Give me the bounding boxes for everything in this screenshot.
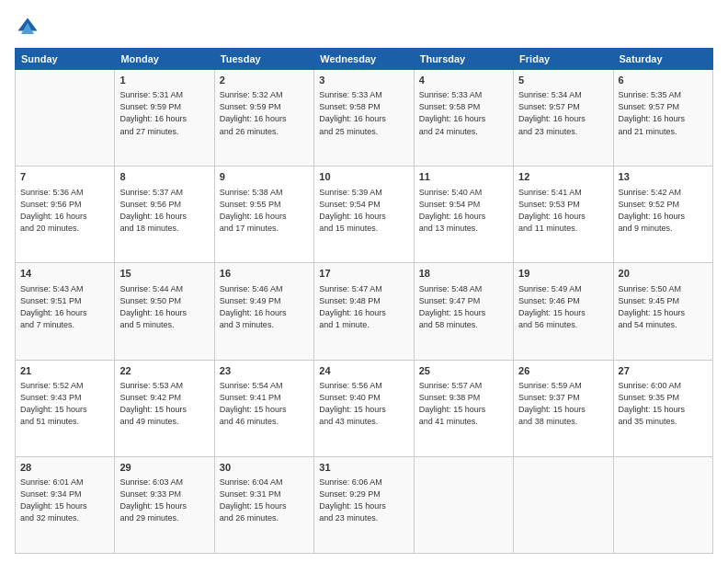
day-cell: 11Sunrise: 5:40 AM Sunset: 9:54 PM Dayli…: [414, 167, 513, 263]
day-number: 23: [220, 364, 309, 378]
day-info: Sunrise: 5:47 AM Sunset: 9:48 PM Dayligh…: [319, 283, 408, 331]
day-number: 13: [619, 170, 708, 184]
day-cell: 26Sunrise: 5:59 AM Sunset: 9:37 PM Dayli…: [514, 360, 613, 456]
day-number: 26: [518, 364, 608, 378]
day-cell: 16Sunrise: 5:46 AM Sunset: 9:49 PM Dayli…: [214, 263, 313, 360]
day-info: Sunrise: 5:53 AM Sunset: 9:42 PM Dayligh…: [119, 380, 209, 428]
day-cell: 22Sunrise: 5:53 AM Sunset: 9:42 PM Dayli…: [115, 360, 214, 456]
day-info: Sunrise: 5:59 AM Sunset: 9:37 PM Dayligh…: [518, 380, 608, 428]
day-number: 19: [518, 267, 608, 281]
day-number: 7: [20, 170, 109, 184]
day-info: Sunrise: 5:50 AM Sunset: 9:45 PM Dayligh…: [619, 283, 708, 331]
day-cell: 21Sunrise: 5:52 AM Sunset: 9:43 PM Dayli…: [16, 360, 115, 456]
day-cell: 20Sunrise: 5:50 AM Sunset: 9:45 PM Dayli…: [613, 263, 712, 360]
col-header-thursday: Thursday: [414, 49, 513, 70]
day-info: Sunrise: 5:52 AM Sunset: 9:43 PM Dayligh…: [20, 380, 109, 428]
day-info: Sunrise: 6:04 AM Sunset: 9:31 PM Dayligh…: [220, 477, 309, 524]
day-info: Sunrise: 5:38 AM Sunset: 9:55 PM Dayligh…: [220, 187, 309, 235]
day-info: Sunrise: 6:06 AM Sunset: 9:29 PM Dayligh…: [319, 477, 408, 524]
day-info: Sunrise: 5:41 AM Sunset: 9:53 PM Dayligh…: [518, 187, 608, 235]
day-number: 1: [119, 74, 209, 87]
day-info: Sunrise: 5:46 AM Sunset: 9:49 PM Dayligh…: [220, 283, 309, 331]
day-cell: 27Sunrise: 6:00 AM Sunset: 9:35 PM Dayli…: [613, 360, 712, 456]
day-cell: 31Sunrise: 6:06 AM Sunset: 9:29 PM Dayli…: [314, 456, 414, 553]
day-info: Sunrise: 5:32 AM Sunset: 9:59 PM Dayligh…: [220, 89, 309, 137]
day-number: 22: [119, 364, 209, 378]
day-number: 24: [319, 364, 408, 378]
day-number: 17: [319, 267, 408, 281]
header-row: SundayMondayTuesdayWednesdayThursdayFrid…: [16, 49, 713, 70]
col-header-wednesday: Wednesday: [314, 49, 414, 70]
day-number: 12: [518, 170, 608, 184]
week-row-1: 1Sunrise: 5:31 AM Sunset: 9:59 PM Daylig…: [16, 70, 713, 167]
day-cell: 15Sunrise: 5:44 AM Sunset: 9:50 PM Dayli…: [115, 263, 214, 360]
day-number: 2: [220, 74, 309, 87]
day-info: Sunrise: 5:36 AM Sunset: 9:56 PM Dayligh…: [20, 187, 109, 235]
day-cell: 17Sunrise: 5:47 AM Sunset: 9:48 PM Dayli…: [314, 263, 414, 360]
logo-icon: [15, 15, 40, 40]
day-number: 15: [119, 267, 209, 281]
day-number: 8: [119, 170, 209, 184]
day-info: Sunrise: 5:56 AM Sunset: 9:40 PM Dayligh…: [319, 380, 408, 428]
col-header-friday: Friday: [514, 49, 613, 70]
day-cell: 18Sunrise: 5:48 AM Sunset: 9:47 PM Dayli…: [414, 263, 513, 360]
day-number: 27: [619, 364, 708, 378]
day-cell: 2Sunrise: 5:32 AM Sunset: 9:59 PM Daylig…: [214, 70, 313, 167]
day-number: 28: [20, 461, 109, 475]
day-cell: [414, 456, 513, 553]
day-info: Sunrise: 5:33 AM Sunset: 9:58 PM Dayligh…: [419, 89, 508, 137]
day-cell: [514, 456, 613, 553]
day-info: Sunrise: 5:34 AM Sunset: 9:57 PM Dayligh…: [518, 89, 608, 137]
day-number: 9: [220, 170, 309, 184]
day-cell: 28Sunrise: 6:01 AM Sunset: 9:34 PM Dayli…: [16, 456, 115, 553]
day-info: Sunrise: 6:00 AM Sunset: 9:35 PM Dayligh…: [619, 380, 708, 428]
day-number: 4: [419, 74, 508, 87]
day-cell: 9Sunrise: 5:38 AM Sunset: 9:55 PM Daylig…: [214, 167, 313, 263]
day-cell: 23Sunrise: 5:54 AM Sunset: 9:41 PM Dayli…: [214, 360, 313, 456]
day-number: 14: [20, 267, 109, 281]
day-info: Sunrise: 5:35 AM Sunset: 9:57 PM Dayligh…: [619, 89, 708, 137]
day-info: Sunrise: 5:57 AM Sunset: 9:38 PM Dayligh…: [419, 380, 508, 428]
day-info: Sunrise: 6:01 AM Sunset: 9:34 PM Dayligh…: [20, 477, 109, 524]
day-info: Sunrise: 5:33 AM Sunset: 9:58 PM Dayligh…: [319, 89, 408, 137]
week-row-5: 28Sunrise: 6:01 AM Sunset: 9:34 PM Dayli…: [16, 456, 713, 553]
day-info: Sunrise: 5:39 AM Sunset: 9:54 PM Dayligh…: [319, 187, 408, 235]
day-cell: 6Sunrise: 5:35 AM Sunset: 9:57 PM Daylig…: [613, 70, 712, 167]
day-cell: 12Sunrise: 5:41 AM Sunset: 9:53 PM Dayli…: [514, 167, 613, 263]
day-number: 18: [419, 267, 508, 281]
day-cell: 7Sunrise: 5:36 AM Sunset: 9:56 PM Daylig…: [16, 167, 115, 263]
day-cell: 30Sunrise: 6:04 AM Sunset: 9:31 PM Dayli…: [214, 456, 313, 553]
day-cell: [613, 456, 712, 553]
day-number: 11: [419, 170, 508, 184]
day-info: Sunrise: 6:03 AM Sunset: 9:33 PM Dayligh…: [119, 477, 209, 524]
calendar-table: SundayMondayTuesdayWednesdayThursdayFrid…: [15, 48, 713, 554]
day-number: 3: [319, 74, 408, 87]
week-row-2: 7Sunrise: 5:36 AM Sunset: 9:56 PM Daylig…: [16, 167, 713, 263]
day-number: 30: [220, 461, 309, 475]
day-cell: 29Sunrise: 6:03 AM Sunset: 9:33 PM Dayli…: [115, 456, 214, 553]
day-cell: 19Sunrise: 5:49 AM Sunset: 9:46 PM Dayli…: [514, 263, 613, 360]
day-number: 16: [220, 267, 309, 281]
col-header-tuesday: Tuesday: [214, 49, 313, 70]
day-info: Sunrise: 5:48 AM Sunset: 9:47 PM Dayligh…: [419, 283, 508, 331]
day-info: Sunrise: 5:37 AM Sunset: 9:56 PM Dayligh…: [119, 187, 209, 235]
day-number: 29: [119, 461, 209, 475]
day-cell: 25Sunrise: 5:57 AM Sunset: 9:38 PM Dayli…: [414, 360, 513, 456]
day-cell: 5Sunrise: 5:34 AM Sunset: 9:57 PM Daylig…: [514, 70, 613, 167]
calendar-page: SundayMondayTuesdayWednesdayThursdayFrid…: [0, 0, 728, 563]
day-info: Sunrise: 5:54 AM Sunset: 9:41 PM Dayligh…: [220, 380, 309, 428]
day-cell: 4Sunrise: 5:33 AM Sunset: 9:58 PM Daylig…: [414, 70, 513, 167]
day-number: 31: [319, 461, 408, 475]
day-cell: 24Sunrise: 5:56 AM Sunset: 9:40 PM Dayli…: [314, 360, 414, 456]
week-row-3: 14Sunrise: 5:43 AM Sunset: 9:51 PM Dayli…: [16, 263, 713, 360]
day-number: 6: [619, 74, 708, 87]
week-row-4: 21Sunrise: 5:52 AM Sunset: 9:43 PM Dayli…: [16, 360, 713, 456]
col-header-saturday: Saturday: [613, 49, 712, 70]
day-cell: 1Sunrise: 5:31 AM Sunset: 9:59 PM Daylig…: [115, 70, 214, 167]
logo: [15, 15, 44, 40]
day-number: 10: [319, 170, 408, 184]
day-cell: 3Sunrise: 5:33 AM Sunset: 9:58 PM Daylig…: [314, 70, 414, 167]
day-info: Sunrise: 5:44 AM Sunset: 9:50 PM Dayligh…: [119, 283, 209, 331]
day-number: 5: [518, 74, 608, 87]
day-cell: 13Sunrise: 5:42 AM Sunset: 9:52 PM Dayli…: [613, 167, 712, 263]
